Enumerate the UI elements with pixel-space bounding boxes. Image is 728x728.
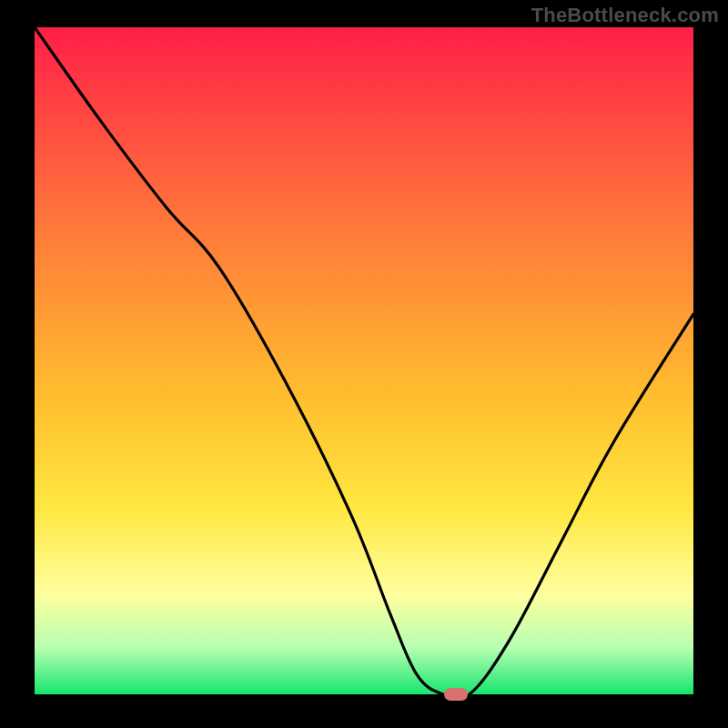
watermark-text: TheBottleneck.com	[531, 4, 719, 27]
chart-frame: TheBottleneck.com	[0, 0, 728, 728]
plot-area	[35, 27, 693, 694]
bottleneck-curve	[35, 27, 693, 694]
optimal-point-marker	[444, 688, 468, 701]
